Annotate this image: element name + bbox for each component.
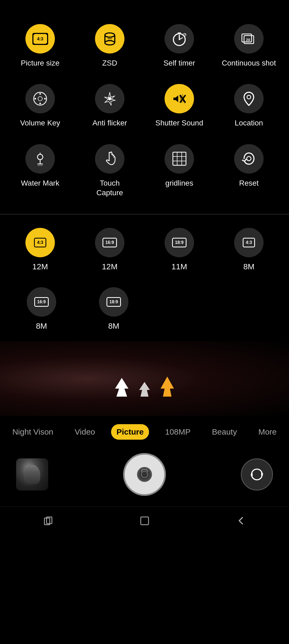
svg-point-44 <box>247 156 251 161</box>
continuous-shot-icon: 20 <box>234 24 264 53</box>
size-label-12m-16-9: 12M <box>102 262 117 271</box>
setting-zsd[interactable]: ZSD <box>75 16 144 76</box>
setting-continuous-shot[interactable]: 20 Continuous shot <box>214 16 284 76</box>
tree-orange-icon <box>159 375 175 398</box>
settings-grid: 4:3 Picture size ZSD <box>0 0 289 211</box>
svg-rect-39 <box>173 152 186 165</box>
setting-volume-key[interactable]: Volume Key <box>5 76 75 136</box>
svg-point-24 <box>39 93 41 95</box>
size-label-8m-4-3: 8M <box>243 262 254 271</box>
setting-gridlines[interactable]: gridlines <box>144 136 214 206</box>
tab-108mp[interactable]: 108MP <box>160 424 196 440</box>
setting-reset-label: Reset <box>239 178 258 188</box>
size-icon-8m-4-3: 4:3 <box>234 228 264 257</box>
svg-point-27 <box>44 98 46 99</box>
setting-water-mark[interactable]: Water Mark <box>5 136 75 206</box>
size-label-11m-18-9: 11M <box>172 262 187 271</box>
tab-night-vision[interactable]: Night Vison <box>7 424 59 440</box>
thumbnail-image <box>16 458 48 490</box>
self-timer-icon <box>165 24 194 53</box>
picture-size-icon: 4:3 <box>25 24 55 53</box>
setting-volume-key-label: Volume Key <box>20 118 60 128</box>
size-item-8m-18-9[interactable]: 18:9 8M <box>78 282 150 336</box>
mode-tabs: Night Vison Video Picture 108MP Beauty M… <box>0 416 289 448</box>
setting-picture-size-label: Picture size <box>21 58 60 68</box>
setting-self-timer[interactable]: Self timer <box>144 16 214 76</box>
svg-point-34 <box>247 95 251 99</box>
svg-point-6 <box>105 33 115 37</box>
flip-camera-icon <box>249 466 265 482</box>
size-icon-8m-18-9: 18:9 <box>99 287 128 317</box>
setting-location-label: Location <box>235 118 263 128</box>
setting-zsd-label: ZSD <box>102 58 117 68</box>
svg-marker-47 <box>161 377 174 397</box>
setting-anti-flicker-label: Anti flicker <box>92 118 127 128</box>
setting-location[interactable]: Location <box>214 76 284 136</box>
tree-icons <box>114 375 175 398</box>
setting-water-mark-label: Water Mark <box>21 178 59 188</box>
touch-capture-icon <box>95 144 124 174</box>
setting-shutter-sound-label: Shutter Sound <box>155 118 203 128</box>
size-label-8m-18-9: 8M <box>108 321 119 331</box>
reset-icon <box>234 144 264 174</box>
svg-marker-45 <box>115 378 128 397</box>
svg-point-26 <box>35 98 36 99</box>
svg-point-25 <box>39 103 41 104</box>
anti-flicker-icon <box>95 84 124 113</box>
setting-touch-capture-label: TouchCapture <box>96 178 123 198</box>
zsd-icon <box>95 24 124 53</box>
size-item-8m-4-3[interactable]: 4:3 8M <box>214 223 284 277</box>
flip-camera-button[interactable] <box>241 458 273 490</box>
tab-video[interactable]: Video <box>69 424 100 440</box>
svg-marker-46 <box>139 382 150 397</box>
setting-continuous-shot-label: Continuous shot <box>222 58 276 68</box>
setting-gridlines-label: gridlines <box>165 178 193 188</box>
size-item-8m-16-9[interactable]: 16:9 8M <box>5 282 78 336</box>
setting-reset[interactable]: Reset <box>214 136 284 206</box>
size-item-12m-16-9[interactable]: 16:9 12M <box>75 223 144 277</box>
tab-more[interactable]: More <box>253 424 282 440</box>
svg-point-23 <box>38 97 42 101</box>
setting-shutter-sound[interactable]: Shutter Sound <box>144 76 214 136</box>
setting-anti-flicker[interactable]: Anti flicker <box>75 76 144 136</box>
svg-point-35 <box>37 154 43 160</box>
tree-white-icon <box>114 377 130 398</box>
setting-touch-capture[interactable]: TouchCapture <box>75 136 144 206</box>
water-mark-icon <box>25 144 55 174</box>
gridlines-icon <box>165 144 194 174</box>
setting-picture-size[interactable]: 4:3 Picture size <box>5 16 75 76</box>
recent-apps-button[interactable] <box>42 515 54 527</box>
size-label-8m-16-9: 8M <box>36 321 47 331</box>
bottom-controls <box>0 448 289 507</box>
nav-bar <box>0 507 289 538</box>
home-button[interactable] <box>139 515 151 527</box>
svg-text:20: 20 <box>246 38 250 42</box>
tree-white-icon-2 <box>138 381 151 398</box>
size-icon-12m-4-3: 4:3 <box>25 228 55 257</box>
tab-beauty[interactable]: Beauty <box>207 424 242 440</box>
shutter-sound-icon <box>165 84 194 113</box>
svg-text:4:3: 4:3 <box>37 37 43 41</box>
section-divider <box>0 214 289 214</box>
svg-rect-55 <box>141 517 149 525</box>
size-label-12m-4-3: 12M <box>32 262 48 271</box>
size-icon-8m-16-9: 16:9 <box>27 287 56 317</box>
size-icon-12m-16-9: 16:9 <box>95 228 124 257</box>
setting-self-timer-label: Self timer <box>163 58 195 68</box>
back-button[interactable] <box>235 515 247 527</box>
gallery-thumbnail[interactable] <box>16 458 48 490</box>
volume-key-icon <box>25 84 55 113</box>
svg-point-9 <box>105 41 115 45</box>
location-icon <box>234 84 264 113</box>
size-item-11m-18-9[interactable]: 18:9 11M <box>144 223 214 277</box>
size-item-12m-4-3[interactable]: 4:3 12M <box>5 223 75 277</box>
camera-preview <box>0 341 289 416</box>
camera-shutter-icon <box>134 464 155 485</box>
shutter-button[interactable] <box>123 453 166 496</box>
tab-picture[interactable]: Picture <box>111 424 149 440</box>
picture-size-grid: 4:3 12M 16:9 12M 18:9 11M 4:3 8M <box>0 217 289 282</box>
svg-point-28 <box>108 97 111 100</box>
size-icon-11m-18-9: 18:9 <box>165 228 194 257</box>
